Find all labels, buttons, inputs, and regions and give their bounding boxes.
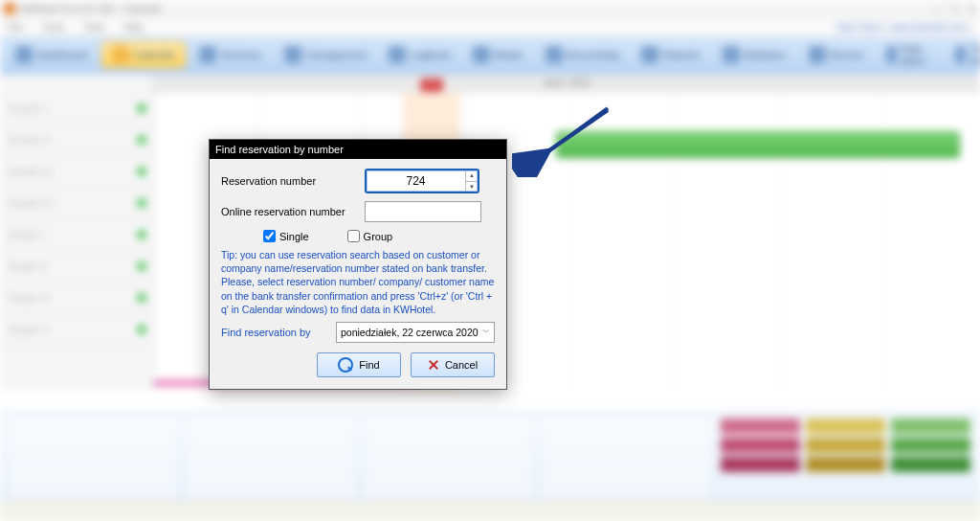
- room-row[interactable]: Double III: [0, 156, 153, 188]
- online-reservation-input[interactable]: [365, 201, 481, 222]
- calendar-header-row: lipiec 2020: [0, 74, 980, 93]
- close-icon: [428, 359, 439, 371]
- find-by-label: Find reservation by: [221, 327, 328, 338]
- find-button[interactable]: Find: [317, 352, 401, 377]
- room-row[interactable]: Double II: [0, 125, 153, 156]
- services-icon: [199, 46, 216, 63]
- tab-campground[interactable]: Campground: [275, 42, 376, 67]
- spinner-up-icon[interactable]: ▲: [466, 170, 478, 182]
- tab-logbook[interactable]: Logbook: [379, 42, 459, 67]
- group-checkbox[interactable]: Group: [347, 230, 393, 242]
- window-title: KWHotel Pro 0.47.165 - Calendar: [19, 4, 162, 14]
- spinner-buttons[interactable]: ▲ ▼: [465, 170, 478, 192]
- reservation-number-input[interactable]: [367, 170, 465, 192]
- bottom-panel: [0, 412, 980, 510]
- calendar-icon: [112, 46, 129, 63]
- menu-tools[interactable]: Tools: [42, 22, 64, 33]
- menu-right-info: Kate Short • www.kwhotel.com •: [836, 22, 972, 33]
- chevron-down-icon: ﹀: [482, 327, 490, 337]
- tab-dashboard[interactable]: Dashboard: [6, 42, 98, 67]
- menu-help[interactable]: Help: [123, 22, 144, 33]
- status-bar: [0, 501, 980, 521]
- today-marker-icon: [420, 79, 443, 92]
- logbook-icon: [389, 46, 406, 63]
- search-icon: [338, 357, 353, 373]
- menu-view[interactable]: View: [83, 22, 104, 33]
- spinner-down-icon[interactable]: ▼: [466, 182, 478, 193]
- status-legend: [721, 419, 970, 505]
- tab-accounting[interactable]: Accounting: [536, 42, 628, 67]
- campground-icon: [284, 46, 301, 63]
- tab-rateplans[interactable]: Rate plans: [877, 39, 942, 70]
- app-icon: [4, 3, 15, 14]
- tab-rooms[interactable]: Rooms: [799, 42, 873, 67]
- room-row[interactable]: Double IV: [0, 188, 153, 219]
- window-titlebar: KWHotel Pro 0.47.165 - Calendar —☐✕: [0, 0, 980, 18]
- menu-file[interactable]: File: [8, 22, 23, 33]
- tip-text: Tip: you can use reservation search base…: [221, 248, 495, 316]
- window-buttons[interactable]: —☐✕: [931, 4, 976, 14]
- menu-bar[interactable]: File Tools View Help Kate Short • www.kw…: [0, 18, 980, 36]
- cancel-button[interactable]: Cancel: [411, 352, 495, 377]
- room-row[interactable]: Single I: [0, 219, 153, 251]
- reports-icon: [641, 46, 658, 63]
- online-icon: [955, 46, 967, 63]
- tab-reports[interactable]: Reports: [632, 42, 709, 67]
- room-column: Double I Double II Double III Double IV …: [0, 93, 154, 390]
- rateplans-icon: [886, 46, 897, 63]
- room-row[interactable]: Double I: [0, 93, 153, 125]
- tab-meals[interactable]: Meals: [463, 42, 531, 67]
- date-selector[interactable]: poniedziałek, 22 czerwca 2020 ﹀: [336, 322, 495, 343]
- reservation-bar[interactable]: [556, 131, 960, 158]
- date-value: poniedziałek, 22 czerwca 2020: [341, 327, 479, 338]
- reservation-number-label: Reservation number: [221, 175, 365, 187]
- single-checkbox-input[interactable]: [263, 230, 276, 242]
- calendar-month-label: lipiec 2020: [154, 74, 980, 93]
- tab-calendar[interactable]: Calendar: [101, 41, 187, 68]
- tab-services[interactable]: Services: [189, 42, 270, 67]
- dialog-title: Find reservation by number: [210, 140, 506, 159]
- single-checkbox[interactable]: Single: [263, 230, 309, 242]
- main-toolbar: Dashboard Calendar Services Campground L…: [0, 36, 980, 74]
- room-row[interactable]: Single III: [0, 283, 153, 314]
- reservation-number-field[interactable]: ▲ ▼: [365, 169, 479, 193]
- room-row[interactable]: Single IV: [0, 314, 153, 346]
- find-reservation-dialog: Find reservation by number Reservation n…: [209, 139, 507, 390]
- tab-online[interactable]: Online bookings: [946, 39, 980, 70]
- accounting-icon: [546, 46, 563, 63]
- meals-icon: [473, 46, 490, 63]
- rooms-icon: [809, 46, 826, 63]
- statistics-icon: [723, 46, 740, 63]
- tab-statistics[interactable]: Statistics: [713, 42, 795, 67]
- group-checkbox-input[interactable]: [347, 230, 360, 242]
- dashboard-icon: [15, 46, 33, 63]
- room-row[interactable]: Single II: [0, 251, 153, 283]
- online-reservation-label: Online reservation number: [221, 206, 365, 217]
